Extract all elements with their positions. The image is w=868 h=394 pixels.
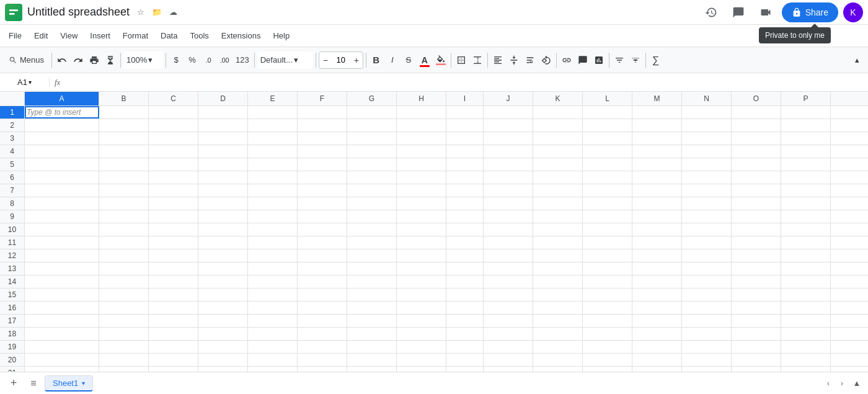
cell-H10[interactable] xyxy=(397,223,446,236)
cell-A13[interactable] xyxy=(25,262,99,275)
cell-N16[interactable] xyxy=(682,302,732,314)
percent-button[interactable]: % xyxy=(185,51,200,69)
cell-H13[interactable] xyxy=(397,262,446,275)
cell-N15[interactable] xyxy=(682,289,732,301)
cell-A10[interactable] xyxy=(25,223,99,236)
cell-M1[interactable] xyxy=(632,106,682,119)
cell-B2[interactable] xyxy=(99,119,149,132)
col-header-a[interactable]: A xyxy=(25,92,99,105)
cell-P16[interactable] xyxy=(781,302,831,314)
cell-L2[interactable] xyxy=(583,119,632,132)
cell-I6[interactable] xyxy=(446,171,484,184)
cell-B19[interactable] xyxy=(99,341,149,353)
cell-F2[interactable] xyxy=(298,119,347,132)
cell-G19[interactable] xyxy=(347,341,397,353)
cell-B11[interactable] xyxy=(99,236,149,249)
filter-button[interactable] xyxy=(612,51,627,69)
cell-K9[interactable] xyxy=(533,210,583,223)
cell-C21[interactable] xyxy=(149,367,198,372)
cell-B3[interactable] xyxy=(99,132,149,145)
cell-M14[interactable] xyxy=(632,275,682,288)
cell-A16[interactable] xyxy=(25,302,99,314)
cell-A3[interactable] xyxy=(25,132,99,145)
cell-D17[interactable] xyxy=(198,315,248,327)
sheet-list-button[interactable]: ≡ xyxy=(25,375,42,392)
cell-A2[interactable] xyxy=(25,119,99,132)
cell-H21[interactable] xyxy=(397,367,446,372)
col-header-m[interactable]: M xyxy=(632,92,682,105)
col-header-l[interactable]: L xyxy=(583,92,632,105)
cell-L8[interactable] xyxy=(583,197,632,210)
cell-D9[interactable] xyxy=(198,210,248,223)
cell-L10[interactable] xyxy=(583,223,632,236)
cell-C15[interactable] xyxy=(149,289,198,301)
cell-M17[interactable] xyxy=(632,315,682,327)
cell-P7[interactable] xyxy=(781,184,831,197)
cell-G2[interactable] xyxy=(347,119,397,132)
row-number-6[interactable]: 6 xyxy=(0,171,25,184)
cell-F20[interactable] xyxy=(298,354,347,366)
cell-H1[interactable] xyxy=(397,106,446,119)
cell-L21[interactable] xyxy=(583,367,632,372)
cell-C7[interactable] xyxy=(149,184,198,197)
cell-E16[interactable] xyxy=(248,302,298,314)
cell-I19[interactable] xyxy=(446,341,484,353)
cell-G8[interactable] xyxy=(347,197,397,210)
font-size-decrease-button[interactable]: − xyxy=(319,52,332,68)
doc-title[interactable]: Untitled spreadsheet xyxy=(27,6,130,19)
menu-format[interactable]: Format xyxy=(117,29,154,43)
collapse-toolbar-button[interactable]: ▴ xyxy=(849,51,864,69)
cell-K3[interactable] xyxy=(533,132,583,145)
row-number-21[interactable]: 21 xyxy=(0,367,25,372)
cell-O1[interactable] xyxy=(732,106,781,119)
cell-E6[interactable] xyxy=(248,171,298,184)
cell-I10[interactable] xyxy=(446,223,484,236)
zoom-select[interactable]: 100% ▾ xyxy=(123,51,163,69)
cell-E1[interactable] xyxy=(248,106,298,119)
cell-M19[interactable] xyxy=(632,341,682,353)
cell-O13[interactable] xyxy=(732,262,781,275)
cell-N9[interactable] xyxy=(682,210,732,223)
cell-F8[interactable] xyxy=(298,197,347,210)
filter-views-button[interactable] xyxy=(628,51,643,69)
cell-M16[interactable] xyxy=(632,302,682,314)
cell-I21[interactable] xyxy=(446,367,484,372)
row-number-2[interactable]: 2 xyxy=(0,119,25,132)
cell-C8[interactable] xyxy=(149,197,198,210)
cell-L7[interactable] xyxy=(583,184,632,197)
cell-D3[interactable] xyxy=(198,132,248,145)
menu-insert[interactable]: Insert xyxy=(84,29,117,43)
cell-A20[interactable] xyxy=(25,354,99,366)
cell-P20[interactable] xyxy=(781,354,831,366)
font-size-input[interactable] xyxy=(332,55,350,65)
cell-I14[interactable] xyxy=(446,275,484,288)
cell-K5[interactable] xyxy=(533,158,583,171)
cell-D18[interactable] xyxy=(198,328,248,340)
cell-C13[interactable] xyxy=(149,262,198,275)
paint-format-button[interactable] xyxy=(103,51,118,69)
cell-K12[interactable] xyxy=(533,249,583,262)
cell-O15[interactable] xyxy=(732,289,781,301)
cell-O14[interactable] xyxy=(732,275,781,288)
cell-D12[interactable] xyxy=(198,249,248,262)
cell-E14[interactable] xyxy=(248,275,298,288)
cell-L12[interactable] xyxy=(583,249,632,262)
row-number-4[interactable]: 4 xyxy=(0,145,25,158)
menu-view[interactable]: View xyxy=(54,29,84,43)
cell-N5[interactable] xyxy=(682,158,732,171)
cell-L6[interactable] xyxy=(583,171,632,184)
cell-E19[interactable] xyxy=(248,341,298,353)
cell-H2[interactable] xyxy=(397,119,446,132)
cell-C19[interactable] xyxy=(149,341,198,353)
rotate-button[interactable] xyxy=(539,51,554,69)
cell-L18[interactable] xyxy=(583,328,632,340)
redo-button[interactable] xyxy=(71,51,86,69)
cell-B8[interactable] xyxy=(99,197,149,210)
sheet-tab-sheet1[interactable]: Sheet1 ▾ xyxy=(45,375,93,392)
cell-A18[interactable] xyxy=(25,328,99,340)
v-align-button[interactable] xyxy=(507,51,521,69)
cell-M15[interactable] xyxy=(632,289,682,301)
cell-N8[interactable] xyxy=(682,197,732,210)
row-number-3[interactable]: 3 xyxy=(0,132,25,145)
cell-D15[interactable] xyxy=(198,289,248,301)
